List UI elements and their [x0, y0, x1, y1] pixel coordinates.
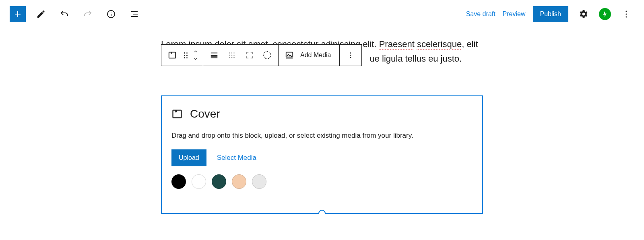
publish-button[interactable]: Publish — [533, 6, 568, 22]
align-button[interactable] — [206, 48, 222, 63]
upload-button[interactable]: Upload — [171, 149, 206, 166]
block-more-options-button[interactable] — [343, 48, 358, 63]
svg-point-8 — [229, 52, 230, 54]
image-icon — [285, 51, 294, 60]
undo-button[interactable] — [56, 6, 72, 22]
edit-mode-button[interactable] — [33, 6, 49, 22]
color-swatch-gray[interactable] — [252, 174, 266, 189]
more-vertical-icon — [346, 51, 355, 60]
chevron-up-icon — [194, 50, 197, 54]
add-block-button[interactable] — [10, 6, 26, 22]
cover-block-description: Drag and drop onto this block, upload, o… — [171, 132, 473, 140]
settings-button[interactable] — [576, 6, 592, 22]
block-type-button[interactable] — [165, 48, 180, 63]
align-icon — [210, 51, 219, 60]
jetpack-icon — [601, 10, 609, 18]
grid-dots-icon — [227, 51, 236, 60]
cover-block-title: Cover — [190, 108, 220, 120]
svg-point-9 — [231, 52, 233, 54]
paragraph-text: ue ligula tellus eu justo. — [369, 54, 462, 64]
full-height-button[interactable] — [242, 48, 257, 63]
color-swatch-black[interactable] — [171, 174, 186, 189]
cover-block-icon — [171, 108, 183, 120]
select-media-link[interactable]: Select Media — [217, 154, 256, 162]
svg-point-13 — [233, 55, 235, 56]
save-draft-link[interactable]: Save draft — [466, 10, 495, 18]
svg-point-2 — [625, 13, 627, 14]
color-swatch-white[interactable] — [192, 174, 206, 189]
color-swatches — [171, 174, 473, 189]
cover-block-placeholder[interactable]: Cover Drag and drop onto this block, upl… — [161, 95, 483, 214]
more-options-button[interactable] — [618, 6, 634, 22]
resize-handle[interactable] — [318, 210, 326, 214]
gear-icon — [579, 9, 588, 19]
plus-icon — [13, 9, 23, 19]
svg-point-12 — [231, 55, 233, 56]
header-left-tools — [10, 6, 142, 22]
cover-block-icon — [168, 51, 177, 60]
editor-header: Save draft Preview Publish — [0, 0, 644, 28]
color-swatch-teal[interactable] — [212, 174, 226, 189]
undo-icon — [60, 9, 69, 19]
preview-link[interactable]: Preview — [503, 10, 526, 18]
spellcheck-word: Praesent — [379, 39, 415, 49]
move-up-button[interactable] — [192, 48, 200, 55]
jetpack-button[interactable] — [599, 8, 611, 20]
fullscreen-icon — [245, 51, 254, 60]
svg-rect-5 — [211, 53, 218, 54]
svg-point-20 — [350, 57, 351, 58]
move-down-button[interactable] — [192, 56, 200, 62]
redo-button[interactable] — [80, 6, 96, 22]
svg-point-18 — [350, 52, 351, 54]
pencil-icon — [36, 9, 46, 19]
chevron-down-icon — [194, 57, 197, 61]
duotone-icon — [263, 51, 271, 59]
svg-point-15 — [231, 57, 233, 58]
svg-rect-7 — [211, 58, 218, 58]
svg-point-14 — [229, 57, 230, 58]
add-media-label[interactable]: Add Media — [299, 52, 336, 59]
spellcheck-word: scelerisque — [417, 39, 462, 49]
svg-point-1 — [625, 10, 627, 12]
paragraph-text: , elit — [462, 39, 478, 49]
info-icon — [106, 9, 116, 19]
svg-point-16 — [233, 57, 235, 58]
svg-point-11 — [229, 55, 230, 56]
color-swatch-peach[interactable] — [232, 174, 246, 189]
svg-point-10 — [233, 52, 235, 54]
document-outline-button[interactable] — [126, 6, 142, 22]
svg-rect-6 — [211, 55, 218, 57]
more-vertical-icon — [621, 9, 631, 19]
duotone-button[interactable] — [260, 48, 275, 63]
document-info-button[interactable] — [103, 6, 119, 22]
content-position-button[interactable] — [224, 48, 239, 63]
header-right-tools: Save draft Preview Publish — [466, 6, 634, 22]
editor-canvas: Lorem ipsum dolor sit amet, consectetur … — [161, 37, 483, 214]
block-toolbar: Add Media — [161, 44, 362, 66]
redo-icon — [83, 9, 93, 19]
svg-point-19 — [350, 55, 351, 56]
add-media-icon-button[interactable] — [282, 48, 297, 63]
svg-point-3 — [625, 16, 627, 17]
drag-handle[interactable] — [182, 52, 189, 58]
outline-icon — [130, 9, 139, 19]
